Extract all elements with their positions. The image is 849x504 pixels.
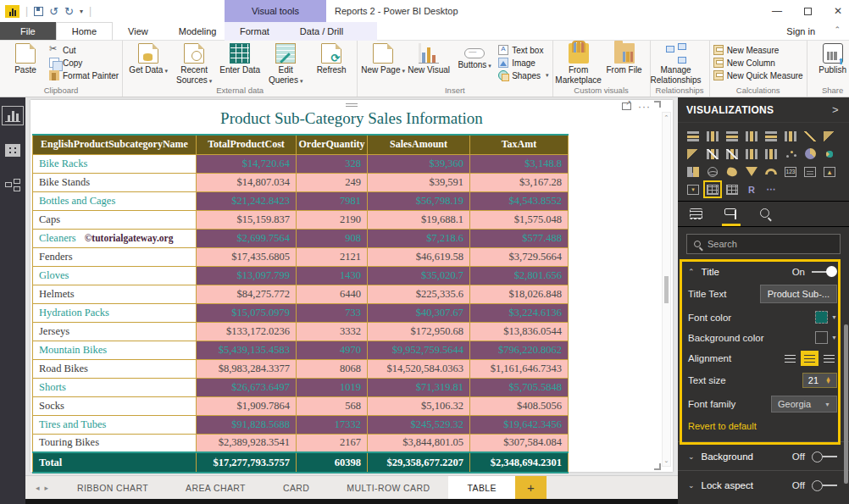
table-visual[interactable]: EnglishProductSubcategoryNameTotalProduc… bbox=[32, 134, 569, 474]
viz-icon-more-options[interactable]: ⋯ bbox=[763, 181, 780, 197]
visual-drag-handle[interactable] bbox=[346, 102, 358, 108]
column-header-englishproductsubcategoryname[interactable]: EnglishProductSubcategoryName bbox=[33, 135, 197, 154]
title-section-header[interactable]: ⌃ Title bbox=[688, 267, 719, 277]
refresh-button[interactable]: Refresh bbox=[309, 42, 353, 75]
scroll-down-icon[interactable]: ⌄ bbox=[664, 456, 669, 466]
enter-data-button[interactable]: Enter Data bbox=[218, 42, 262, 75]
table-row[interactable]: Shorts$26,673.64971019$71,319.81$5,705.5… bbox=[33, 378, 569, 396]
viz-icon-funnel[interactable] bbox=[743, 163, 760, 180]
viz-icon-stacked-column-chart[interactable] bbox=[704, 128, 721, 144]
new-measure-button[interactable]: New Measure bbox=[713, 45, 803, 55]
report-page[interactable]: ··· Product Sub-Category Sales Informati… bbox=[31, 100, 673, 472]
visual-scrollbar[interactable]: ⌃ ⌄ bbox=[662, 112, 671, 467]
new-visual-button[interactable]: New Visual bbox=[407, 42, 451, 75]
page-tab-multi-row-card[interactable]: MULTI-ROW CARD bbox=[328, 476, 448, 499]
model-view-icon[interactable] bbox=[5, 179, 20, 191]
tab-home[interactable]: Home bbox=[56, 22, 113, 40]
tab-file[interactable]: File bbox=[0, 22, 56, 40]
tab-format[interactable]: Format bbox=[225, 22, 285, 41]
page-tab-ribbon-chart[interactable]: RIBBON CHART bbox=[58, 476, 167, 499]
viz-icon-100-stacked-bar-chart[interactable] bbox=[763, 128, 780, 144]
viz-icon-treemap[interactable] bbox=[685, 163, 702, 180]
table-row[interactable]: Hydration Packs$15,075.0979733$40,307.67… bbox=[33, 303, 569, 322]
viz-icon-gauge[interactable] bbox=[763, 163, 780, 180]
text-box-button[interactable]: Text box bbox=[498, 45, 548, 55]
recent-sources-button[interactable]: Recent Sources▾ bbox=[172, 42, 216, 85]
paste-button[interactable]: Paste bbox=[3, 42, 47, 75]
cut-button[interactable]: Cut bbox=[49, 45, 119, 55]
page-tab-area-chart[interactable]: AREA CHART bbox=[167, 476, 264, 499]
manage-relationships-button[interactable]: Manage Relationships bbox=[654, 42, 698, 85]
prev-page-icon[interactable]: ◂ bbox=[36, 484, 40, 492]
font-color-swatch[interactable] bbox=[815, 311, 828, 324]
focus-mode-icon[interactable] bbox=[622, 102, 631, 110]
maximize-button[interactable] bbox=[804, 8, 812, 15]
new-page-button[interactable]: + bbox=[515, 476, 547, 499]
copy-button[interactable]: Copy bbox=[49, 58, 119, 68]
new-quick-measure-button[interactable]: New Quick Measure bbox=[713, 70, 803, 80]
align-center-button[interactable] bbox=[802, 352, 818, 365]
title-text-button[interactable]: Product Sub-... bbox=[760, 285, 837, 303]
column-header-salesamount[interactable]: SalesAmount bbox=[368, 135, 470, 154]
close-button[interactable]: ✕ bbox=[834, 5, 842, 17]
table-row[interactable]: Socks$1,909.7864568$5,106.32$408.5056 bbox=[33, 396, 569, 415]
font-color-picker[interactable]: ▼ bbox=[815, 311, 837, 324]
revert-to-default-link[interactable]: Revert to default bbox=[688, 421, 837, 431]
page-tab-table[interactable]: TABLE bbox=[448, 476, 514, 499]
tab-view[interactable]: View bbox=[113, 22, 164, 40]
undo-icon[interactable]: ↺ bbox=[49, 5, 58, 18]
viz-icon-stacked-area-chart[interactable] bbox=[685, 146, 702, 162]
column-header-taxamt[interactable]: TaxAmt bbox=[470, 135, 569, 154]
from-marketplace-button[interactable]: From Marketplace bbox=[557, 42, 601, 85]
next-page-icon[interactable]: ▸ bbox=[45, 484, 49, 492]
background-color-swatch[interactable] bbox=[815, 331, 828, 344]
align-left-button[interactable] bbox=[782, 352, 798, 365]
format-search-input[interactable]: Search bbox=[686, 234, 841, 254]
viz-icon-pie-chart[interactable] bbox=[802, 146, 818, 162]
collapse-ribbon-icon[interactable]: ⌃ bbox=[834, 25, 841, 34]
table-row[interactable]: Touring Bikes$2,389,928.35412167$3,844,8… bbox=[33, 434, 569, 452]
redo-icon[interactable]: ↻ bbox=[64, 5, 74, 18]
viz-icon-waterfall-chart[interactable] bbox=[763, 146, 780, 162]
get-data-button[interactable]: Get Data▾ bbox=[126, 42, 170, 75]
customize-toolbar-icon[interactable]: ▾ bbox=[80, 8, 83, 15]
shapes-button[interactable]: Shapes▾ bbox=[498, 70, 548, 80]
image-button[interactable]: Image bbox=[498, 58, 548, 68]
format-painter-button[interactable]: Format Painter bbox=[49, 70, 119, 80]
viz-icon-multi-row-card[interactable] bbox=[802, 163, 818, 180]
tab-analytics[interactable] bbox=[760, 202, 772, 226]
table-row[interactable]: Bike Stands$14,807.034249$39,591$3,167.2… bbox=[33, 173, 569, 191]
minimize-button[interactable]: — bbox=[772, 5, 782, 17]
title-toggle[interactable] bbox=[812, 266, 837, 277]
from-file-button[interactable]: From File bbox=[602, 42, 646, 75]
font-family-select[interactable]: Georgia ▼ bbox=[771, 396, 837, 413]
lock-aspect-toggle[interactable] bbox=[812, 479, 837, 490]
table-row[interactable]: Road Bikes$8,983,284.33778068$14,520,584… bbox=[33, 359, 569, 378]
viz-icon-donut-chart[interactable] bbox=[821, 146, 838, 162]
table-row[interactable]: Jerseys$133,172.02363332$172,950.68$13,8… bbox=[33, 322, 569, 341]
viz-icon-card[interactable]: 123 bbox=[782, 163, 799, 180]
viz-icon-slicer[interactable] bbox=[685, 181, 702, 197]
column-header-totalproductcost[interactable]: TotalProductCost bbox=[197, 135, 297, 154]
buttons-button[interactable]: Buttons▾ bbox=[452, 42, 497, 70]
report-view-icon[interactable] bbox=[5, 109, 20, 122]
viz-icon-line-chart[interactable] bbox=[802, 128, 818, 144]
table-row[interactable]: Mountain Bikes$5,439,135.45834970$9,952,… bbox=[33, 341, 569, 359]
viz-icon-scatter-chart[interactable] bbox=[782, 146, 799, 162]
tab-fields[interactable] bbox=[690, 202, 702, 226]
viz-icon-clustered-column-chart[interactable] bbox=[743, 128, 760, 144]
sign-in-link[interactable]: Sign in bbox=[786, 22, 815, 41]
viz-icon-line-clustered-column-chart[interactable] bbox=[724, 146, 741, 162]
table-row[interactable]: Bottles and Cages$21,242.84237981$56,798… bbox=[33, 191, 569, 210]
table-row[interactable]: Bike Racks$14,720.64328$39,360$3,148.8 bbox=[33, 154, 569, 173]
table-row[interactable]: Caps$15,159.8372190$19,688.1$1,575.048 bbox=[33, 210, 569, 229]
tab-data-drill[interactable]: Data / Drill bbox=[285, 22, 358, 41]
text-size-stepper[interactable]: 21 ▲▼ bbox=[802, 373, 837, 388]
background-toggle[interactable] bbox=[812, 451, 837, 462]
scroll-up-icon[interactable]: ⌃ bbox=[664, 113, 669, 123]
table-row[interactable]: Cleaners©tutorialgateway.org$2,699.75649… bbox=[33, 229, 569, 247]
viz-icon-matrix[interactable] bbox=[724, 181, 741, 197]
new-column-button[interactable]: New Column bbox=[713, 58, 803, 68]
edit-queries-button[interactable]: Edit Queries▾ bbox=[264, 42, 308, 85]
publish-button[interactable]: Publish bbox=[811, 42, 849, 75]
